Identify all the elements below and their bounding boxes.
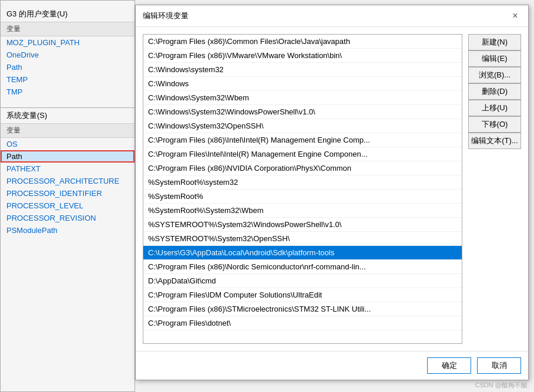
modal-footer: 确定 取消 xyxy=(136,351,528,380)
edit-button[interactable]: 编辑(E) xyxy=(468,50,521,67)
path-list-item[interactable]: C:\Program Files (x86)\STMicroelectronic… xyxy=(143,302,462,316)
path-list-item[interactable]: C:\Windows\System32\OpenSSH\ xyxy=(143,119,462,133)
modal-titlebar: 编辑环境变量 × xyxy=(136,5,528,27)
path-list-item[interactable]: C:\Program Files (x86)\NVIDIA Corporatio… xyxy=(143,161,462,175)
modal-overlay: 编辑环境变量 × C:\Program Files (x86)\Common F… xyxy=(0,0,534,392)
path-list-item[interactable]: %SYSTEMROOT%\System32\OpenSSH\ xyxy=(143,232,462,246)
path-list-item[interactable]: C:\Users\G3\AppData\Local\Android\Sdk\pl… xyxy=(143,246,462,260)
action-buttons: 新建(N)编辑(E)浏览(B)...删除(D)上移(U)下移(O)编辑文本(T)… xyxy=(468,34,521,344)
path-list[interactable]: C:\Program Files (x86)\Common Files\Orac… xyxy=(143,34,462,344)
path-list-item[interactable]: %SystemRoot% xyxy=(143,190,462,204)
path-list-item[interactable]: %SystemRoot%\system32 xyxy=(143,175,462,190)
browse-button[interactable]: 浏览(B)... xyxy=(468,67,521,83)
path-list-item[interactable]: C:\Windows\system32 xyxy=(143,63,462,77)
confirm-button[interactable]: 确定 xyxy=(427,357,471,374)
path-list-item[interactable]: C:\Windows\System32\Wbem xyxy=(143,91,462,105)
path-list-item[interactable]: %SystemRoot%\System32\Wbem xyxy=(143,204,462,218)
new-button[interactable]: 新建(N) xyxy=(468,34,521,50)
edit-env-var-dialog: 编辑环境变量 × C:\Program Files (x86)\Common F… xyxy=(135,5,529,380)
move-down-button[interactable]: 下移(O) xyxy=(468,116,521,133)
path-list-item[interactable]: D:\AppData\Git\cmd xyxy=(143,274,462,288)
close-button[interactable]: × xyxy=(509,10,521,22)
path-list-item[interactable]: C:\Program Files\dotnet\ xyxy=(143,316,462,330)
modal-title: 编辑环境变量 xyxy=(143,11,189,21)
path-list-item[interactable]: C:\Windows\System32\WindowsPowerShell\v1… xyxy=(143,105,462,119)
delete-button[interactable]: 删除(D) xyxy=(468,83,521,100)
watermark: CSDN @酸梅不酸. xyxy=(475,381,529,390)
path-list-item[interactable]: C:\Program Files (x86)\Nordic Semiconduc… xyxy=(143,260,462,274)
path-list-item[interactable]: %SYSTEMROOT%\System32\WindowsPowerShell\… xyxy=(143,218,462,232)
move-up-button[interactable]: 上移(U) xyxy=(468,100,521,116)
modal-body: C:\Program Files (x86)\Common Files\Orac… xyxy=(136,27,528,351)
cancel-button[interactable]: 取消 xyxy=(477,357,521,374)
path-list-item[interactable]: C:\Program Files\IDM Computer Solutions\… xyxy=(143,288,462,302)
path-list-item[interactable]: C:\Program Files (x86)\VMware\VMware Wor… xyxy=(143,49,462,63)
path-list-item[interactable]: C:\Program Files (x86)\Common Files\Orac… xyxy=(143,35,462,49)
path-list-item[interactable]: C:\Program Files\Intel\Intel(R) Manageme… xyxy=(143,147,462,161)
edit-text-button[interactable]: 编辑文本(T)... xyxy=(468,133,521,149)
path-list-item[interactable]: C:\Windows xyxy=(143,77,462,91)
path-list-item[interactable]: C:\Program Files (x86)\Intel\Intel(R) Ma… xyxy=(143,133,462,147)
